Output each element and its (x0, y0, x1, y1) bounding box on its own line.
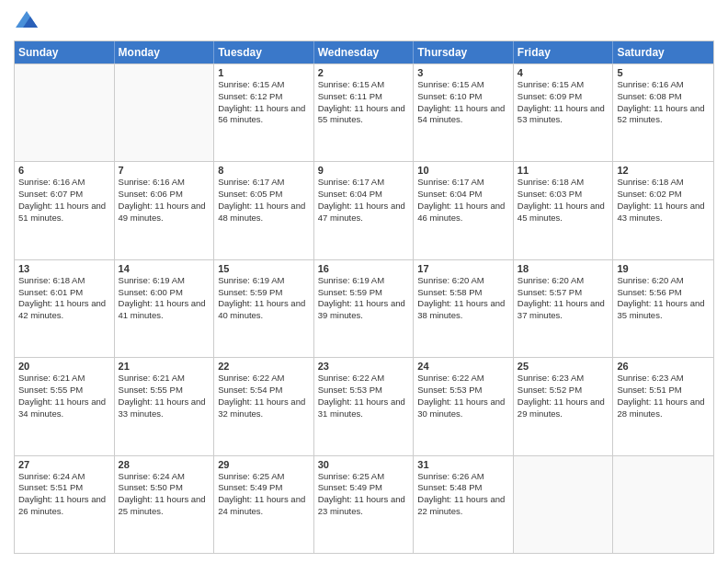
sunrise-text: Sunrise: 6:25 AM (218, 471, 310, 483)
sunrise-text: Sunrise: 6:17 AM (417, 177, 509, 189)
header-day-monday: Monday (115, 41, 215, 63)
sunrise-text: Sunrise: 6:17 AM (218, 177, 310, 189)
cal-cell-9: 9Sunrise: 6:17 AMSunset: 6:04 PMDaylight… (314, 162, 415, 259)
daylight-text: Daylight: 11 hours and 23 minutes. (318, 494, 410, 518)
cal-row-0: 1Sunrise: 6:15 AMSunset: 6:12 PMDaylight… (15, 63, 713, 161)
sunset-text: Sunset: 6:03 PM (518, 189, 609, 201)
cal-cell-20: 20Sunrise: 6:21 AMSunset: 5:55 PMDayligh… (15, 358, 115, 454)
daylight-text: Daylight: 11 hours and 32 minutes. (218, 396, 310, 420)
sunset-text: Sunset: 5:51 PM (18, 482, 110, 494)
cal-cell-empty-4-6 (613, 456, 713, 553)
day-number: 3 (417, 67, 509, 78)
daylight-text: Daylight: 11 hours and 39 minutes. (318, 298, 410, 322)
sunset-text: Sunset: 6:09 PM (518, 91, 609, 103)
cal-cell-30: 30Sunrise: 6:25 AMSunset: 5:49 PMDayligh… (314, 456, 415, 553)
sunset-text: Sunset: 5:53 PM (318, 385, 410, 396)
page: SundayMondayTuesdayWednesdayThursdayFrid… (0, 0, 728, 563)
cal-cell-empty-4-5 (514, 456, 614, 553)
cal-cell-7: 7Sunrise: 6:16 AMSunset: 6:06 PMDaylight… (115, 162, 215, 259)
sunset-text: Sunset: 6:10 PM (417, 91, 509, 103)
day-number: 2 (318, 67, 410, 78)
daylight-text: Daylight: 11 hours and 52 minutes. (617, 103, 710, 127)
daylight-text: Daylight: 11 hours and 51 minutes. (18, 201, 110, 224)
sunset-text: Sunset: 6:05 PM (218, 189, 310, 201)
day-number: 13 (18, 263, 110, 274)
day-number: 16 (318, 263, 410, 274)
sunrise-text: Sunrise: 6:18 AM (518, 177, 609, 189)
sunrise-text: Sunrise: 6:16 AM (617, 79, 710, 91)
day-number: 10 (417, 165, 509, 176)
sunrise-text: Sunrise: 6:23 AM (518, 373, 609, 385)
sunrise-text: Sunrise: 6:19 AM (318, 275, 410, 287)
cal-cell-4: 4Sunrise: 6:15 AMSunset: 6:09 PMDaylight… (514, 64, 614, 161)
sunset-text: Sunset: 6:11 PM (318, 91, 410, 103)
sunset-text: Sunset: 5:49 PM (318, 482, 410, 494)
sunrise-text: Sunrise: 6:19 AM (218, 275, 310, 287)
cal-cell-29: 29Sunrise: 6:25 AMSunset: 5:49 PMDayligh… (214, 456, 314, 553)
sunset-text: Sunset: 5:59 PM (218, 287, 310, 299)
sunrise-text: Sunrise: 6:22 AM (218, 373, 310, 385)
sunrise-text: Sunrise: 6:15 AM (318, 79, 410, 91)
sunrise-text: Sunrise: 6:16 AM (119, 177, 210, 189)
cal-cell-13: 13Sunrise: 6:18 AMSunset: 6:01 PMDayligh… (15, 260, 115, 357)
sunset-text: Sunset: 5:55 PM (119, 385, 210, 396)
day-number: 21 (119, 361, 210, 372)
cal-cell-28: 28Sunrise: 6:24 AMSunset: 5:50 PMDayligh… (115, 456, 215, 553)
daylight-text: Daylight: 11 hours and 45 minutes. (518, 201, 609, 224)
sunrise-text: Sunrise: 6:24 AM (119, 471, 210, 483)
daylight-text: Daylight: 11 hours and 28 minutes. (617, 396, 710, 420)
day-number: 1 (218, 67, 310, 78)
calendar-body: 1Sunrise: 6:15 AMSunset: 6:12 PMDaylight… (15, 63, 713, 553)
daylight-text: Daylight: 11 hours and 24 minutes. (218, 494, 310, 518)
daylight-text: Daylight: 11 hours and 34 minutes. (18, 396, 110, 420)
cal-cell-31: 31Sunrise: 6:26 AMSunset: 5:48 PMDayligh… (414, 456, 514, 553)
sunset-text: Sunset: 5:51 PM (617, 385, 710, 396)
header-day-sunday: Sunday (15, 41, 115, 63)
cal-cell-10: 10Sunrise: 6:17 AMSunset: 6:04 PMDayligh… (414, 162, 514, 259)
cal-row-3: 20Sunrise: 6:21 AMSunset: 5:55 PMDayligh… (15, 357, 713, 454)
sunrise-text: Sunrise: 6:16 AM (18, 177, 110, 189)
sunrise-text: Sunrise: 6:17 AM (318, 177, 410, 189)
logo-icon (14, 9, 40, 35)
daylight-text: Daylight: 11 hours and 25 minutes. (119, 494, 210, 518)
daylight-text: Daylight: 11 hours and 38 minutes. (417, 298, 509, 322)
daylight-text: Daylight: 11 hours and 41 minutes. (119, 298, 210, 322)
sunset-text: Sunset: 5:52 PM (518, 385, 609, 396)
day-number: 18 (518, 263, 609, 274)
sunset-text: Sunset: 5:53 PM (417, 385, 509, 396)
sunrise-text: Sunrise: 6:20 AM (417, 275, 509, 287)
cal-cell-27: 27Sunrise: 6:24 AMSunset: 5:51 PMDayligh… (15, 456, 115, 553)
daylight-text: Daylight: 11 hours and 47 minutes. (318, 201, 410, 224)
day-number: 22 (218, 361, 310, 372)
sunrise-text: Sunrise: 6:15 AM (218, 79, 310, 91)
cal-cell-empty-0-0 (15, 64, 115, 161)
daylight-text: Daylight: 11 hours and 26 minutes. (18, 494, 110, 518)
sunrise-text: Sunrise: 6:18 AM (18, 275, 110, 287)
sunset-text: Sunset: 6:12 PM (218, 91, 310, 103)
cal-cell-8: 8Sunrise: 6:17 AMSunset: 6:05 PMDaylight… (214, 162, 314, 259)
daylight-text: Daylight: 11 hours and 37 minutes. (518, 298, 609, 322)
logo (14, 9, 43, 35)
header-day-saturday: Saturday (613, 41, 713, 63)
day-number: 25 (518, 361, 609, 372)
daylight-text: Daylight: 11 hours and 42 minutes. (18, 298, 110, 322)
sunrise-text: Sunrise: 6:15 AM (417, 79, 509, 91)
cal-cell-15: 15Sunrise: 6:19 AMSunset: 5:59 PMDayligh… (214, 260, 314, 357)
cal-cell-1: 1Sunrise: 6:15 AMSunset: 6:12 PMDaylight… (214, 64, 314, 161)
day-number: 7 (119, 165, 210, 176)
day-number: 23 (318, 361, 410, 372)
sunset-text: Sunset: 6:02 PM (617, 189, 710, 201)
sunset-text: Sunset: 5:57 PM (518, 287, 609, 299)
daylight-text: Daylight: 11 hours and 22 minutes. (417, 494, 509, 518)
sunrise-text: Sunrise: 6:20 AM (617, 275, 710, 287)
sunset-text: Sunset: 5:50 PM (119, 482, 210, 494)
calendar-header: SundayMondayTuesdayWednesdayThursdayFrid… (15, 41, 713, 63)
daylight-text: Daylight: 11 hours and 35 minutes. (617, 298, 710, 322)
cal-cell-16: 16Sunrise: 6:19 AMSunset: 5:59 PMDayligh… (314, 260, 415, 357)
sunset-text: Sunset: 5:58 PM (417, 287, 509, 299)
day-number: 12 (617, 165, 710, 176)
daylight-text: Daylight: 11 hours and 30 minutes. (417, 396, 509, 420)
day-number: 8 (218, 165, 310, 176)
sunset-text: Sunset: 5:48 PM (417, 482, 509, 494)
sunrise-text: Sunrise: 6:15 AM (518, 79, 609, 91)
